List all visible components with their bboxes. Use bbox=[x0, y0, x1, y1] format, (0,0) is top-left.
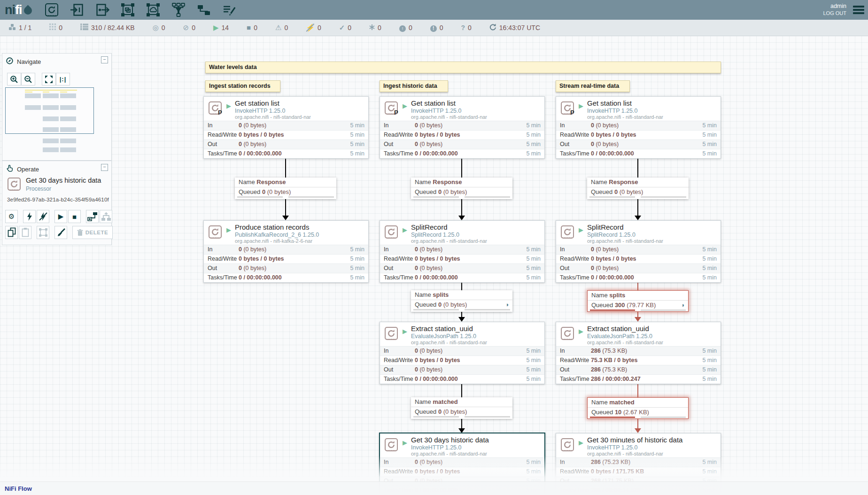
start-button[interactable]: ▶ bbox=[54, 210, 67, 223]
birdseye-map[interactable] bbox=[2, 85, 111, 160]
stat-row-in: In0 (0 bytes)5 min bbox=[380, 457, 544, 467]
canvas-label[interactable]: Ingest historic data bbox=[380, 80, 448, 92]
paste-button[interactable] bbox=[19, 226, 31, 239]
status-cluster: 1 / 1 bbox=[8, 23, 31, 32]
processor[interactable]: P ▶ Get station list InvokeHTTP 1.25.0 o… bbox=[380, 96, 545, 159]
processor-stamp-icon bbox=[384, 326, 398, 340]
processor[interactable]: ▶ SplitRecord SplitRecord 1.25.0 org.apa… bbox=[556, 220, 721, 283]
group-button[interactable] bbox=[37, 226, 49, 239]
status-up-to-date: ✓0 bbox=[339, 23, 351, 32]
threads-icon bbox=[49, 23, 56, 32]
birdseye-component-mark bbox=[60, 127, 76, 132]
collapse-navigate-button[interactable]: − bbox=[101, 56, 108, 63]
toolbar-processor-icon[interactable] bbox=[44, 2, 59, 17]
status-value: 0 bbox=[284, 24, 288, 31]
processor-type: SplitRecord 1.25.0 bbox=[411, 232, 487, 239]
status-value: 0 bbox=[348, 24, 351, 31]
droplet-icon bbox=[22, 5, 33, 16]
processor-stamp-icon bbox=[384, 225, 398, 239]
status-value: 310 / 82.44 KB bbox=[91, 24, 135, 31]
processor-header: ▶ SplitRecord SplitRecord 1.25.0 org.apa… bbox=[380, 221, 544, 245]
connection-label[interactable]: Name splits Queued 0 (0 bytes) ◑ bbox=[411, 290, 512, 312]
processor-header: ▶ Get 30 minutes of historic data Invoke… bbox=[556, 433, 721, 457]
stat-row-out: Out0 (0 bytes)5 min bbox=[204, 139, 368, 149]
running-status-icon: ▶ bbox=[579, 226, 583, 233]
connection-label[interactable]: Name Response Queued 0 (0 bytes) bbox=[411, 178, 512, 199]
connection-label[interactable]: Name splits Queued 300 (79.77 KB) ◑ bbox=[587, 290, 689, 312]
stat-row-read-write: Read/Write0 bytes / 0 bytes5 min bbox=[380, 356, 544, 365]
toolbar-input-port-icon[interactable] bbox=[70, 2, 85, 17]
toolbar-template-icon[interactable] bbox=[196, 2, 211, 17]
refresh-icon bbox=[489, 23, 496, 32]
connection-label[interactable]: Name matched Queued 10 (2.67 KB) bbox=[587, 397, 689, 419]
connection-label[interactable]: Name matched Queued 0 (0 bytes) bbox=[411, 397, 512, 419]
processor-stamp-icon bbox=[208, 225, 222, 239]
configure-button[interactable]: ⚙ bbox=[5, 210, 18, 223]
zoom-out-button[interactable] bbox=[21, 73, 35, 85]
create-template-button[interactable] bbox=[86, 210, 99, 223]
zoom-in-button[interactable] bbox=[7, 73, 21, 85]
stat-row-out: Out0 (0 bytes)5 min bbox=[380, 365, 544, 374]
running-status-icon: ▶ bbox=[226, 102, 231, 109]
stat-row-read-write: Read/Write0 bytes / 0 bytes5 min bbox=[556, 254, 721, 263]
processor-title: Get 30 days historic data bbox=[411, 436, 489, 444]
nifi-logo: nifi bbox=[5, 3, 32, 17]
connection-queued-row: Queued 0 (0 bytes) bbox=[411, 407, 512, 416]
processor-bundle: org.apache.nifi - nifi-standard-nar bbox=[411, 238, 487, 244]
toolbar-remote-process-group-icon[interactable] bbox=[146, 2, 161, 17]
primary-node-badge: P bbox=[218, 109, 222, 116]
birdseye-component-mark bbox=[43, 93, 59, 98]
status-stopped: ■0 bbox=[247, 23, 257, 32]
stat-row-in: In0 (0 bytes)5 min bbox=[556, 121, 721, 130]
upload-template-button[interactable] bbox=[100, 210, 112, 223]
stop-button[interactable]: ■ bbox=[68, 210, 81, 223]
connection-label[interactable]: Name Response Queued 0 (0 bytes) bbox=[235, 178, 336, 199]
load-balance-icon: ◑ bbox=[505, 300, 509, 309]
processor-bundle: org.apache.nifi - nifi-kafka-2-6-nar bbox=[235, 238, 319, 244]
status-disabled: ⚡0 bbox=[306, 23, 321, 32]
processor-stats: In0 (0 bytes)5 minRead/Write0 bytes / 0 … bbox=[556, 245, 721, 282]
connection-queued-row: Queued 0 (0 bytes) bbox=[235, 187, 336, 196]
disable-button[interactable] bbox=[37, 210, 49, 223]
processor[interactable]: ▶ Extract station_uuid EvaluateJsonPath … bbox=[556, 322, 721, 384]
toolbar-funnel-icon[interactable] bbox=[171, 2, 186, 17]
toolbar-process-group-icon[interactable] bbox=[120, 2, 135, 17]
processor-header: ▶ SplitRecord SplitRecord 1.25.0 org.apa… bbox=[556, 221, 721, 245]
stat-row-out: Out0 (0 bytes)5 min bbox=[380, 263, 544, 273]
canvas-label[interactable]: Stream real-time data bbox=[556, 80, 630, 92]
canvas-label[interactable]: Ingest station records bbox=[205, 80, 280, 92]
flow-status-bar: 1 / 10310 / 82.44 KB◎0⊘0▶14■0⚠0⚡0✓00↑0!0… bbox=[0, 20, 868, 36]
logout-link[interactable]: LOG OUT bbox=[823, 10, 846, 17]
stat-row-in: In0 (0 bytes)5 min bbox=[380, 245, 544, 254]
delete-button[interactable]: DELETE bbox=[72, 226, 113, 239]
processor-title: Get station list bbox=[587, 99, 663, 108]
status-refresh[interactable]: 16:43:07 UTC bbox=[489, 23, 540, 32]
birdseye-component-mark bbox=[25, 93, 41, 98]
birdseye-label-mark bbox=[60, 92, 67, 93]
breadcrumb[interactable]: NiFi Flow bbox=[5, 485, 32, 492]
processor-stats: In0 (0 bytes)5 minRead/Write0 bytes / 0 … bbox=[556, 121, 721, 158]
global-menu-icon[interactable] bbox=[853, 6, 864, 14]
copy-button[interactable] bbox=[5, 226, 18, 239]
running-status-icon: ▶ bbox=[579, 439, 583, 446]
toolbar-label-icon[interactable] bbox=[222, 2, 237, 17]
canvas-label[interactable]: Water levels data bbox=[205, 62, 721, 73]
transmitting-icon: ◎ bbox=[153, 23, 159, 32]
zoom-fit-button[interactable] bbox=[42, 73, 56, 85]
processor[interactable]: ▶ Extract station_uuid EvaluateJsonPath … bbox=[380, 322, 545, 384]
processor-header: P ▶ Get station list InvokeHTTP 1.25.0 o… bbox=[204, 97, 368, 121]
stat-row-read-write: Read/Write0 bytes / 0 bytes5 min bbox=[556, 130, 721, 139]
toolbar-output-port-icon[interactable] bbox=[95, 2, 110, 17]
processor[interactable]: ▶ SplitRecord SplitRecord 1.25.0 org.apa… bbox=[380, 220, 545, 283]
stat-row-tasks-time: Tasks/Time0 / 00:00:00.0005 min bbox=[556, 273, 721, 282]
enable-button[interactable] bbox=[23, 210, 36, 223]
fill-color-button[interactable] bbox=[54, 226, 67, 239]
processor[interactable]: P ▶ Get station list InvokeHTTP 1.25.0 o… bbox=[556, 96, 721, 159]
stat-row-tasks-time: Tasks/Time0 / 00:00:00.0005 min bbox=[380, 273, 544, 282]
operate-panel: Operate − Get 30 days historic data Proc… bbox=[2, 161, 112, 245]
processor[interactable]: P ▶ Get station list InvokeHTTP 1.25.0 o… bbox=[203, 96, 369, 159]
zoom-actual-size-button[interactable]: |:| bbox=[56, 73, 70, 85]
processor[interactable]: ▶ Produce station records PublishKafkaRe… bbox=[203, 220, 369, 283]
collapse-operate-button[interactable]: − bbox=[101, 164, 108, 171]
connection-label[interactable]: Name Response Queued 0 (0 bytes) bbox=[587, 178, 689, 199]
